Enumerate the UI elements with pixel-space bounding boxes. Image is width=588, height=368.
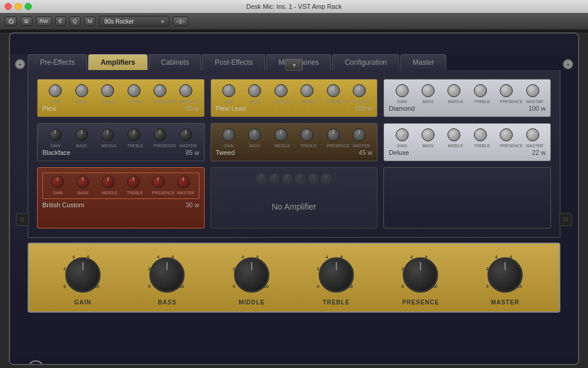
knob[interactable]	[179, 128, 192, 141]
knob[interactable]	[128, 84, 141, 97]
knob[interactable]	[447, 128, 460, 141]
master-knob[interactable]	[487, 257, 523, 293]
control-middle: 2 4 6 8 0 10 MIDDLE	[230, 253, 274, 306]
knob[interactable]	[75, 84, 88, 97]
knob[interactable]	[474, 128, 487, 141]
rw-btn[interactable]: RW	[36, 16, 52, 26]
knob[interactable]	[153, 128, 166, 141]
knob[interactable]	[353, 128, 366, 141]
knob[interactable]	[396, 84, 409, 97]
power-btn[interactable]: ⏻	[5, 16, 17, 26]
gain-knob[interactable]	[65, 257, 101, 293]
maximize-button[interactable]	[25, 3, 32, 10]
treble-knob[interactable]	[319, 257, 354, 293]
amp-deluxe[interactable]: GAIN BASS MIDDLE TREBLE PRESENCE MASTER …	[383, 123, 551, 161]
british-custom-knobs	[45, 175, 196, 188]
amp-blackface[interactable]: GAIN BASS MIDDLE TREBLE PRESENCE MASTER …	[37, 123, 205, 161]
knob[interactable]	[526, 84, 539, 97]
amplifiers-content: GAIN BASS MIDDLE TREBLE PRESENCE MASTER …	[28, 70, 560, 238]
diamond-knobs	[389, 84, 546, 97]
wood-panel: 2 4 6 8 0 10 GAIN	[28, 243, 560, 313]
knob[interactable]	[222, 128, 235, 141]
knob[interactable]	[102, 175, 115, 188]
presence-label: PRESENCE	[402, 299, 439, 306]
svg-text:0: 0	[317, 284, 319, 289]
knob[interactable]	[222, 84, 235, 97]
knob[interactable]	[275, 84, 288, 97]
amp-british-custom[interactable]: GAIN BASS MIDDLE TREBLE PRESENCE MASTER …	[37, 167, 205, 228]
knob[interactable]	[128, 128, 141, 141]
knob[interactable]	[300, 84, 313, 97]
tab-amplifiers[interactable]: Amplifiers	[88, 54, 148, 70]
edit-btn[interactable]: E	[55, 16, 66, 26]
plexi-info: Plexi 50 w	[42, 105, 199, 112]
bass-knob[interactable]	[149, 257, 185, 293]
amp-plexi[interactable]: GAIN BASS MIDDLE TREBLE PRESENCE MASTER …	[37, 79, 205, 117]
knob[interactable]	[153, 84, 166, 97]
right-side-indicator: ⊡	[559, 213, 572, 226]
knob[interactable]	[353, 84, 366, 97]
collapse-button[interactable]: ▾	[285, 59, 303, 71]
knob[interactable]	[500, 128, 513, 141]
knob[interactable]	[51, 175, 64, 188]
plugin-window: ▾ Pre-Effects Amplifiers Cabinets Post-E…	[9, 32, 579, 365]
knob[interactable]	[101, 84, 114, 97]
plugin-bg: ▾ Pre-Effects Amplifiers Cabinets Post-E…	[10, 54, 578, 365]
close-button[interactable]	[5, 3, 12, 10]
tab-pre-effects[interactable]: Pre-Effects	[28, 54, 87, 70]
tweed-labels: GAIN BASS MIDDLE TREBLE PRESENCE MASTER	[216, 144, 373, 148]
deluxe-info: Deluxe 22 w	[389, 149, 546, 156]
bottom-bar: ▶ steinberg vst amp rack	[10, 352, 578, 365]
svg-text:0: 0	[486, 284, 489, 289]
knob[interactable]	[75, 128, 88, 141]
knob[interactable]	[76, 175, 89, 188]
knob[interactable]	[422, 84, 435, 97]
preset-selector[interactable]: 80s Rocker ▾	[99, 16, 169, 26]
steinberg-logo-circle: ▶	[28, 360, 44, 366]
blackface-labels: GAIN BASS MIDDLE TREBLE PRESENCE MASTER	[42, 144, 199, 148]
knob[interactable]	[248, 84, 261, 97]
q-btn[interactable]: Q	[69, 16, 81, 26]
arrow-btn[interactable]: ◁▷	[173, 16, 188, 26]
svg-text:4: 4	[495, 255, 497, 259]
knob[interactable]	[248, 128, 261, 141]
knob[interactable]	[500, 84, 513, 97]
blackface-knobs	[42, 128, 199, 141]
knob[interactable]	[422, 128, 435, 141]
knob[interactable]	[49, 84, 62, 97]
knob[interactable]	[327, 128, 340, 141]
rack-btn[interactable]: ⊞	[21, 16, 32, 26]
toolbar: ⏻ ⊞ RW E Q M 80s Rocker ▾ ◁▷	[0, 13, 588, 29]
tab-cabinets[interactable]: Cabinets	[149, 54, 201, 70]
amp-tweed[interactable]: GAIN BASS MIDDLE TREBLE PRESENCE MASTER …	[211, 123, 378, 161]
middle-knob[interactable]	[234, 257, 269, 293]
knob[interactable]	[300, 128, 313, 141]
gain-label: GAIN	[74, 299, 91, 306]
svg-text:4: 4	[72, 255, 75, 259]
knob[interactable]	[474, 84, 487, 97]
knob[interactable]	[101, 128, 114, 141]
knob[interactable]	[177, 175, 190, 188]
m-btn[interactable]: M	[84, 16, 96, 26]
knob[interactable]	[179, 84, 192, 97]
window-title: Desk Mic: Ins. 1 - VST Amp Rack	[246, 3, 342, 10]
presence-knob[interactable]	[403, 257, 438, 293]
tweed-info: Tweed 45 w	[216, 149, 373, 156]
knob[interactable]	[447, 84, 460, 97]
minimize-button[interactable]	[15, 3, 22, 10]
amp-plexi-lead[interactable]: GAIN BASS MIDDLE TREBLE PRESENCE MASTER …	[211, 79, 378, 117]
svg-text:4: 4	[242, 255, 244, 259]
knob[interactable]	[526, 128, 539, 141]
amp-no-amplifier[interactable]: No Amplifier	[211, 167, 378, 228]
knob[interactable]	[152, 175, 165, 188]
knob[interactable]	[396, 128, 409, 141]
tab-post-effects[interactable]: Post-Effects	[202, 54, 265, 70]
amp-diamond[interactable]: GAIN BASS MIDDLE TREBLE PRESENCE MASTER …	[383, 79, 551, 117]
tab-configuration[interactable]: Configuration	[332, 54, 399, 70]
main-container: ▾ Pre-Effects Amplifiers Cabinets Post-E…	[0, 32, 588, 368]
tab-master[interactable]: Master	[400, 54, 447, 70]
knob[interactable]	[49, 128, 62, 141]
knob[interactable]	[127, 175, 140, 188]
knob[interactable]	[275, 128, 288, 141]
knob[interactable]	[327, 84, 340, 97]
